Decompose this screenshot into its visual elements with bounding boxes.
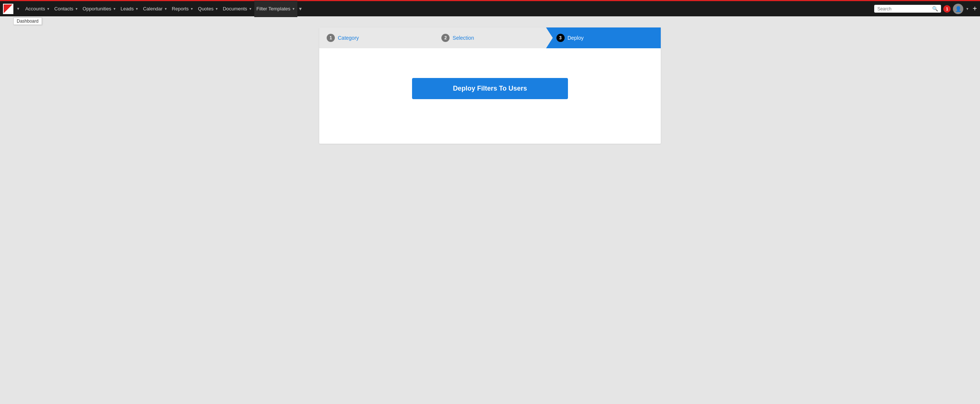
- nav-label-documents: Documents: [223, 6, 247, 11]
- avatar-icon: 👤: [955, 6, 961, 12]
- reports-caret: ▼: [190, 7, 193, 11]
- avatar[interactable]: 👤: [953, 4, 963, 14]
- wizard-step-deploy[interactable]: 3 Deploy: [546, 27, 661, 48]
- logo[interactable]: [3, 4, 15, 14]
- logo-dropdown-arrow[interactable]: ▼: [16, 7, 20, 11]
- step-label-category: Category: [338, 35, 359, 41]
- navbar: ▼ Accounts ▼ Contacts ▼ Opportunities ▼ …: [0, 0, 980, 16]
- nav-label-opportunities: Opportunities: [83, 6, 111, 11]
- search-icon[interactable]: 🔍: [932, 6, 938, 11]
- opportunities-caret: ▼: [113, 7, 116, 11]
- nav-label-calendar: Calendar: [143, 6, 162, 11]
- plus-button[interactable]: +: [972, 5, 977, 13]
- nav-label-accounts: Accounts: [25, 6, 45, 11]
- accounts-caret: ▼: [46, 7, 50, 11]
- more-nav-arrow[interactable]: ▼: [298, 6, 302, 11]
- quotes-caret: ▼: [215, 7, 218, 11]
- search-box[interactable]: 🔍: [874, 5, 941, 13]
- nav-item-reports[interactable]: Reports ▼: [170, 1, 196, 17]
- nav-label-quotes: Quotes: [198, 6, 213, 11]
- step-number-2: 2: [441, 34, 450, 42]
- nav-item-quotes[interactable]: Quotes ▼: [196, 1, 221, 17]
- main-content: 1 Category 2 Selection 3 Deploy Deploy F…: [0, 16, 980, 404]
- nav-item-filter-templates[interactable]: Filter Templates ▼: [254, 1, 298, 17]
- leads-caret: ▼: [135, 7, 138, 11]
- notification-badge[interactable]: 1: [943, 5, 951, 13]
- nav-item-accounts[interactable]: Accounts ▼: [23, 1, 52, 17]
- nav-label-filter-templates: Filter Templates: [256, 6, 291, 11]
- step-number-1: 1: [327, 34, 335, 42]
- documents-caret: ▼: [249, 7, 252, 11]
- nav-label-leads: Leads: [121, 6, 134, 11]
- nav-item-contacts[interactable]: Contacts ▼: [52, 1, 80, 17]
- wizard-container: 1 Category 2 Selection 3 Deploy Deploy F…: [319, 27, 661, 144]
- navbar-right: 🔍 1 👤 ▼ +: [874, 4, 977, 14]
- nav-item-opportunities[interactable]: Opportunities ▼: [81, 1, 118, 17]
- deploy-filters-button[interactable]: Deploy Filters To Users: [412, 78, 568, 99]
- nav-item-documents[interactable]: Documents ▼: [221, 1, 254, 17]
- filter-templates-caret: ▼: [292, 7, 295, 11]
- wizard-step-category[interactable]: 1 Category: [319, 27, 431, 48]
- contacts-caret: ▼: [75, 7, 78, 11]
- logo-box: [3, 4, 13, 14]
- wizard-step-selection[interactable]: 2 Selection: [431, 27, 546, 48]
- dashboard-tooltip: Dashboard: [13, 17, 42, 25]
- deploy-area: Deploy Filters To Users: [319, 48, 661, 129]
- nav-item-calendar[interactable]: Calendar ▼: [141, 1, 170, 17]
- step-label-deploy: Deploy: [568, 35, 584, 41]
- calendar-caret: ▼: [164, 7, 167, 11]
- nav-item-leads[interactable]: Leads ▼: [118, 1, 141, 17]
- avatar-dropdown-arrow[interactable]: ▼: [966, 7, 969, 11]
- nav-label-reports: Reports: [172, 6, 189, 11]
- step-number-3: 3: [557, 34, 565, 42]
- nav-label-contacts: Contacts: [54, 6, 73, 11]
- search-input[interactable]: [877, 6, 932, 11]
- wizard-steps: 1 Category 2 Selection 3 Deploy: [319, 27, 661, 48]
- step-label-selection: Selection: [452, 35, 474, 41]
